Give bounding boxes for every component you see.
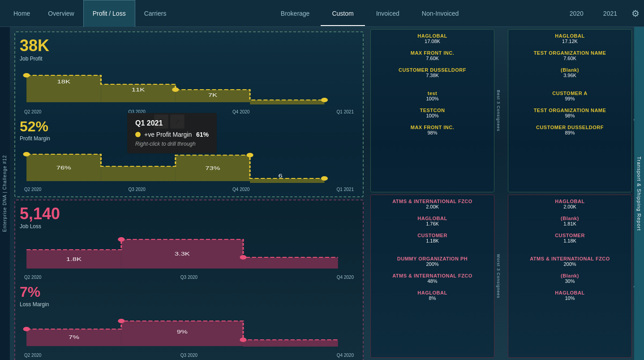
best-consignor-1: HAGLOBAL 17.12K (512, 33, 628, 44)
tooltip-dot (135, 132, 141, 137)
nav-brokerage[interactable]: Brokerage (270, 6, 321, 21)
svg-text:7K: 7K (208, 92, 218, 97)
year-2021[interactable]: 2021 (598, 8, 623, 19)
job-loss-quarters: Q2 2020 Q3 2020 Q4 2020 (20, 275, 358, 280)
svg-point-24 (240, 255, 246, 260)
job-loss-kpi: 5,140 (20, 205, 358, 223)
svg-point-4 (23, 73, 30, 78)
svg-text:76%: 76% (56, 165, 72, 170)
loss-section: 5,140 Job Loss 1.8K 3.3K (14, 200, 364, 360)
job-loss-svg: 1.8K 3.3K Q2 2020 Q3 2020 Q4 2020 (20, 230, 358, 280)
nav-center: Brokerage Custom Invoiced Non-Invoiced (175, 6, 564, 21)
best-consignees: HAGLOBAL 17.08K MAX FRONT INC. 7.60K CUS… (370, 29, 494, 192)
best-consignee-6: MAX FRONT INC. 98% (374, 125, 490, 135)
svg-rect-11 (101, 166, 175, 181)
left-panel: 38K Job Profit (10, 27, 368, 360)
svg-text:18K: 18K (57, 78, 70, 84)
loss-margin-kpi: 7% (20, 284, 358, 300)
svg-text:1.8K: 1.8K (66, 256, 82, 262)
best-consignee-2: MAX FRONT INC. 7.60K (374, 50, 490, 61)
worst-consignee-5: ATMS & INTERNATIONAL FZCO 48% (374, 273, 490, 284)
svg-rect-13 (250, 178, 324, 183)
best-section: HAGLOBAL 17.08K MAX FRONT INC. 7.60K CUS… (370, 29, 632, 192)
nav-non-invoiced[interactable]: Non-Invoiced (411, 6, 470, 21)
best-consignor-6: CUSTOMER DUSSELDORF 89% (512, 125, 628, 135)
worst-consignor-3: CUSTOMER 1.18K (512, 233, 628, 243)
best-consignee-4: test 100% (374, 91, 490, 101)
side-label: Transport & Shipping Report (634, 27, 644, 360)
profit-section: 38K Job Profit (14, 31, 364, 197)
worst-consignor-5: (Blank) 30% (512, 273, 628, 284)
job-profit-kpi: 38K (20, 37, 358, 55)
svg-text:7%: 7% (69, 334, 80, 339)
nav-left: Home Overview Profit / Loss Carriers (4, 0, 175, 27)
profit-margin-quarters: Q2 2020 Q3 2020 Q4 2020 Q1 2021 (20, 187, 358, 192)
navbar: Home Overview Profit / Loss Carriers Bro… (0, 0, 644, 27)
loss-charts: 5,140 Job Loss 1.8K 3.3K (20, 205, 358, 358)
nav-profit-loss[interactable]: Profit / Loss (83, 0, 135, 27)
loss-margin-svg: 7% 9% Q2 2020 Q3 2020 Q4 2020 (20, 308, 358, 358)
nav-invoiced[interactable]: Invoiced (365, 6, 411, 21)
job-loss-label: Job Loss (20, 223, 358, 230)
loss-margin-label: Loss Margin (20, 301, 358, 308)
tooltip-metric-label: +ve Profit Margin (144, 131, 192, 138)
svg-point-32 (240, 338, 246, 342)
worst-consignee-4: DUMMY ORGANIZATION PH 200% (374, 256, 490, 267)
loss-margin-chart: 7% Loss Margin 7% 9% (20, 284, 358, 357)
nav-right: 2020 2021 ⚙ (564, 8, 640, 19)
worst-consignee-6: HAGLOBAL 8% (374, 290, 490, 301)
worst-consignee-2: HAGLOBAL 1.76K (374, 216, 490, 226)
svg-point-31 (118, 319, 125, 323)
best-consignors: HAGLOBAL 17.12K TEST ORGANIZATION NAME 7… (508, 29, 632, 192)
svg-point-23 (118, 237, 125, 242)
worst-consignees: ATMS & INTERNATIONAL FZCO 2.00K HAGLOBAL… (370, 195, 494, 358)
best-consignees-label: Best 3 Consignees (496, 90, 501, 132)
nav-overview[interactable]: Overview (39, 0, 83, 27)
svg-text:3.3K: 3.3K (175, 251, 190, 256)
tooltip-metric-value: 61% (196, 131, 209, 138)
enterprise-label: Enterprise DNA | Challenge #12 (0, 27, 10, 360)
svg-point-5 (172, 87, 179, 92)
best-consignee-5: TESTCON 100% (374, 108, 490, 118)
worst-consignees-label: Worst 3 Consignees (496, 254, 501, 299)
year-2020[interactable]: 2020 (564, 8, 589, 19)
svg-rect-22 (243, 257, 338, 269)
right-panel: HAGLOBAL 17.08K MAX FRONT INC. 7.60K CUS… (368, 27, 634, 360)
worst-consignor-1: HAGLOBAL 2.00K (512, 199, 628, 209)
svg-point-14 (23, 152, 30, 156)
worst-consignee-1: ATMS & INTERNATIONAL FZCO 2.00K (374, 199, 490, 209)
svg-point-16 (321, 176, 328, 181)
enterprise-label-text: Enterprise DNA | Challenge #12 (3, 155, 8, 232)
tooltip-hint: Right-click to drill through (135, 141, 209, 147)
job-profit-label: Job Profit (20, 56, 358, 62)
worst-consignee-3: CUSTOMER 1.18K (374, 233, 490, 243)
svg-point-15 (247, 153, 253, 157)
best-consignor-3: (Blank) 3.96K (512, 67, 628, 78)
best-consignor-4: CUSTOMER A 99% (512, 91, 628, 101)
svg-point-30 (23, 327, 30, 331)
nav-carriers[interactable]: Carriers (135, 0, 176, 27)
worst-consignor-4: ATMS & INTERNATIONAL FZCO 200% (512, 256, 628, 267)
tooltip: Q1 2021 +ve Profit Margin 61% Right-clic… (127, 113, 217, 153)
nav-custom[interactable]: Custom (321, 6, 365, 21)
job-profit-chart: 38K Job Profit (20, 37, 358, 114)
worst-consignors: HAGLOBAL 2.00K (Blank) 1.81K CUSTOMER 1.… (508, 195, 632, 358)
settings-icon[interactable]: ⚙ (631, 8, 640, 19)
tooltip-title: Q1 2021 (135, 119, 209, 127)
worst-consignor-6: HAGLOBAL 10% (512, 290, 628, 301)
main-content: 38K Job Profit (10, 27, 634, 360)
svg-text:73%: 73% (205, 165, 220, 171)
best-consignee-3: CUSTOMER DUSSELDORF 7.38K (374, 67, 490, 78)
svg-rect-3 (250, 100, 324, 104)
svg-text:11K: 11K (132, 87, 145, 92)
svg-text:9%: 9% (177, 329, 188, 334)
job-loss-chart: 5,140 Job Loss 1.8K 3.3K (20, 205, 358, 280)
transport-label: Transport & Shipping Report (636, 156, 642, 231)
worst-consignor-2: (Blank) 1.81K (512, 216, 628, 226)
svg-point-6 (321, 98, 328, 102)
worst-section: ATMS & INTERNATIONAL FZCO 2.00K HAGLOBAL… (370, 195, 632, 358)
svg-rect-29 (243, 340, 338, 347)
loss-margin-quarters: Q2 2020 Q3 2020 Q4 2020 (20, 353, 358, 358)
job-profit-svg: 18K 11K 7K Q2 2020 Q3 2020 Q4 2020 Q1 20… (20, 62, 358, 114)
nav-home[interactable]: Home (4, 0, 39, 27)
